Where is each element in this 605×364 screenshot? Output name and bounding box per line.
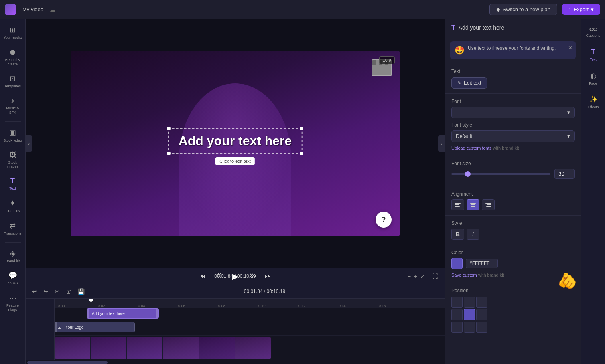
ruler-mark-6: 0:12 <box>298 304 306 308</box>
delete-button[interactable]: 🗑 <box>64 287 73 296</box>
sidebar-item-your-media[interactable]: ⊞ Your media <box>2 22 24 43</box>
save-frame-button[interactable]: 💾 <box>76 287 86 296</box>
color-row: 🫵 <box>451 258 575 269</box>
font-size-input[interactable] <box>554 169 575 179</box>
logo-clip-label: Your Logo <box>63 325 86 330</box>
text-overlay-box[interactable]: Add your text here Click to edit text <box>168 128 302 154</box>
fit-to-screen-button[interactable]: ⤢ <box>420 273 425 279</box>
svg-rect-2 <box>455 206 460 207</box>
resize-handle-tl[interactable] <box>167 127 171 130</box>
sidebar-item-graphics[interactable]: ✦ Graphics <box>2 196 24 216</box>
thumb-2 <box>91 337 127 359</box>
scroll-thumb[interactable] <box>27 361 108 364</box>
text-overlay-content: Add your text here <box>179 133 292 148</box>
upload-fonts-link[interactable]: Upload custom fonts <box>451 146 491 150</box>
click-to-edit-tooltip[interactable]: Click to edit text <box>215 157 255 165</box>
upload-fonts-row: Upload custom fonts with brand kit <box>451 145 575 151</box>
edit-text-button[interactable]: ✎ Edit text <box>451 77 487 89</box>
position-section: Position <box>445 283 581 338</box>
pos-cell-2[interactable] <box>476 297 487 308</box>
text-section: Text ✎ Edit text <box>445 64 581 94</box>
sidebar-label-stock-video: Stock video <box>3 138 22 143</box>
sidebar-item-record-create[interactable]: ⏺ Record & create <box>2 45 24 70</box>
sidebar-label-graphics: Graphics <box>5 209 20 213</box>
pos-cell-5[interactable] <box>476 309 487 320</box>
resize-handle-tr[interactable] <box>300 127 303 130</box>
color-hex-input[interactable] <box>466 259 498 268</box>
sidebar-label-brand-kit: Brand kit <box>6 259 20 263</box>
switch-plan-label: Switch to a new plan <box>503 6 550 12</box>
brand-kit-icon: ◈ <box>10 249 16 258</box>
pos-cell-0[interactable] <box>451 297 463 308</box>
sidebar-item-transitions[interactable]: ⇄ Transitions <box>2 218 24 239</box>
sidebar-item-en-us[interactable]: 💬 en-US <box>2 268 24 289</box>
color-swatch[interactable] <box>451 258 463 269</box>
sidebar-collapse-button[interactable]: ‹ <box>26 135 32 152</box>
align-right-button[interactable] <box>482 199 495 210</box>
resize-handle-bl[interactable] <box>167 152 171 155</box>
resize-handle-br[interactable] <box>300 152 303 155</box>
sidebar-divider-2 <box>5 242 21 243</box>
redo-button[interactable]: ↪ <box>42 287 50 296</box>
font-size-slider[interactable] <box>451 173 550 175</box>
pos-cell-6[interactable] <box>451 322 463 333</box>
zoom-in-button[interactable]: + <box>414 273 417 279</box>
skip-forward-button[interactable]: ⏭ <box>263 271 273 281</box>
sidebar-label-your-media: Your media <box>4 36 22 40</box>
export-button[interactable]: ↑ Export ▾ <box>562 4 600 15</box>
sidebar-item-music-sfx[interactable]: ♪ Music & SFX <box>2 93 24 118</box>
sidebar-item-text[interactable]: T Text <box>2 174 24 194</box>
logo-clip[interactable]: ⊡ Your Logo <box>55 322 135 332</box>
record-create-icon: ⏺ <box>9 48 16 57</box>
sidebar-divider-1 <box>5 121 21 122</box>
sidebar-label-stock-images: Stock images <box>3 160 22 169</box>
switch-plan-button[interactable]: ◆ Switch to a new plan <box>489 4 557 15</box>
current-time: 00:01.84 <box>214 273 233 279</box>
text-clip-label: Add your text here <box>89 311 127 316</box>
tooltip-close-button[interactable]: ✕ <box>568 44 573 51</box>
undo-button[interactable]: ↩ <box>30 287 39 296</box>
pos-cell-7[interactable] <box>464 322 475 333</box>
fullscreen-button[interactable]: ⛶ <box>432 273 438 279</box>
ruler-mark-3: 0:06 <box>178 304 185 308</box>
text-section-label: Text <box>451 69 575 74</box>
timeline-rows-wrapper: 0:00 0:02 0:04 0:06 0:08 0:10 0:12 0:14 … <box>26 299 445 308</box>
aspect-ratio-badge[interactable]: 16:9 <box>379 56 395 64</box>
tab-text[interactable]: T Text <box>583 44 604 66</box>
preview-right-collapse-button[interactable]: › <box>438 135 445 152</box>
right-panel: T Add your text here 🤩 Use text to fines… <box>445 19 581 364</box>
sidebar-item-stock-images[interactable]: 🖼 Stock images <box>2 148 24 172</box>
pos-cell-1[interactable] <box>464 297 475 308</box>
sidebar-item-templates[interactable]: ⊡ Templates <box>2 71 24 92</box>
sidebar-item-stock-video[interactable]: ▣ Stock video <box>2 125 24 146</box>
zoom-out-button[interactable]: − <box>408 273 411 279</box>
tab-fade[interactable]: ◐ Fade <box>583 67 604 90</box>
pos-cell-3[interactable] <box>451 309 463 320</box>
pos-cell-8[interactable] <box>476 322 487 333</box>
save-custom-link[interactable]: Save custom <box>451 273 477 277</box>
skip-back-button[interactable]: ⏮ <box>198 271 207 281</box>
align-center-button[interactable] <box>467 199 479 210</box>
tab-captions[interactable]: CC Captions <box>583 22 604 42</box>
timeline-time-display: 00:01.84 / 00:10.19 <box>244 289 285 294</box>
graphics-icon: ✦ <box>10 199 16 208</box>
font-style-dropdown[interactable]: Default ▾ <box>451 130 575 142</box>
cut-button[interactable]: ✂ <box>53 287 61 296</box>
help-button[interactable]: ? <box>376 212 392 228</box>
align-left-button[interactable] <box>451 199 464 210</box>
bold-button[interactable]: B <box>451 229 464 240</box>
right-panel-header: T Add your text here <box>445 19 581 36</box>
timeline-scrollbar[interactable] <box>26 360 445 364</box>
italic-button[interactable]: I <box>467 229 479 240</box>
sidebar-item-brand-kit[interactable]: ◈ Brand kit <box>2 246 24 267</box>
font-dropdown[interactable]: ▾ <box>451 107 575 118</box>
text-clip[interactable]: Add your text here <box>87 308 159 319</box>
svg-rect-7 <box>487 204 491 205</box>
sidebar-item-feature-flags[interactable]: ⋯ Feature Flags <box>2 290 24 315</box>
clip-handle-right[interactable] <box>156 309 158 318</box>
pos-cell-4[interactable] <box>464 309 475 320</box>
position-grid <box>451 297 575 333</box>
sidebar-label-en-us: en-US <box>8 281 18 285</box>
tab-effects[interactable]: ✨ Effects <box>583 91 604 113</box>
stock-video-icon: ▣ <box>9 128 16 137</box>
